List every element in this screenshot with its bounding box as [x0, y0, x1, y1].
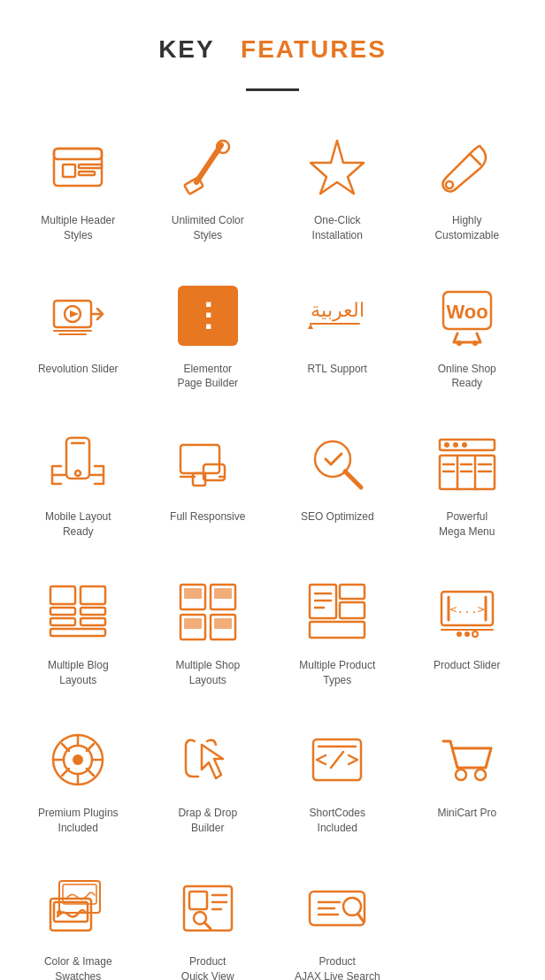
- one-click-icon: [302, 132, 372, 203]
- mobile-layout-label: Mobile LayoutReady: [45, 509, 111, 540]
- svg-rect-54: [81, 608, 105, 615]
- svg-rect-66: [340, 585, 365, 599]
- swatches-label: Color & ImageSwatches: [44, 954, 112, 980]
- svg-line-89: [87, 744, 94, 751]
- svg-rect-53: [81, 586, 105, 604]
- svg-text:Woo: Woo: [446, 301, 487, 323]
- svg-rect-99: [59, 881, 100, 913]
- svg-point-74: [457, 632, 462, 637]
- svg-point-22: [457, 341, 462, 346]
- product-types-icon: [302, 577, 372, 647]
- feature-responsive: Full Responsive: [148, 414, 269, 554]
- svg-rect-4: [79, 172, 95, 175]
- shop-layouts-label: Multiple ShopLayouts: [175, 658, 240, 688]
- svg-line-87: [62, 744, 69, 751]
- svg-point-95: [475, 769, 486, 780]
- svg-rect-102: [189, 892, 207, 909]
- responsive-icon: [173, 428, 243, 499]
- svg-point-25: [75, 471, 81, 476]
- svg-point-38: [444, 442, 449, 448]
- drag-drop-icon: [173, 724, 243, 795]
- shortcodes-label: ShortCodesIncluded: [310, 806, 365, 836]
- svg-rect-68: [310, 622, 365, 638]
- rtl-label: RTL Support: [308, 362, 367, 377]
- svg-text:<...>: <...>: [449, 602, 484, 616]
- revolution-slider-label: Revolution Slider: [38, 362, 119, 377]
- online-shop-label: Online ShopReady: [438, 362, 496, 392]
- feature-ajax-search: ProductAJAX Live Search: [277, 859, 398, 980]
- svg-line-36: [345, 471, 361, 487]
- mega-menu-label: PowerfulMega Menu: [439, 509, 495, 540]
- responsive-label: Full Responsive: [170, 509, 245, 524]
- feature-plugins: Premium PluginsIncluded: [18, 710, 139, 850]
- feature-mega-menu: PowerfulMega Menu: [407, 414, 528, 554]
- svg-rect-55: [81, 618, 105, 625]
- header-styles-label: Multiple HeaderStyles: [41, 213, 115, 243]
- svg-rect-63: [184, 618, 202, 629]
- minicart-label: MiniCart Pro: [437, 806, 496, 821]
- svg-point-23: [472, 341, 478, 346]
- feature-rtl: العربية RTL Support: [277, 266, 398, 406]
- svg-rect-3: [79, 165, 102, 168]
- svg-rect-61: [184, 588, 202, 599]
- feature-swatches: Color & ImageSwatches: [18, 859, 139, 980]
- svg-rect-56: [50, 629, 105, 636]
- title-underline: [246, 88, 299, 91]
- feature-customizable: HighlyCustomizable: [407, 118, 528, 257]
- svg-rect-29: [180, 445, 219, 473]
- elementor-label: ElementorPage Builder: [177, 362, 238, 392]
- seo-icon: [302, 428, 372, 499]
- svg-rect-2: [63, 165, 75, 177]
- feature-revolution-slider: Revolution Slider: [18, 266, 139, 406]
- svg-rect-67: [340, 602, 365, 618]
- plugins-label: Premium PluginsIncluded: [38, 806, 119, 836]
- feature-product-slider: <...> Product Slider: [407, 563, 528, 702]
- blog-layouts-label: Multiple BlogLayouts: [48, 658, 109, 688]
- feature-header-styles: Multiple HeaderStyles: [18, 118, 139, 257]
- feature-mobile-layout: Mobile LayoutReady: [18, 414, 139, 554]
- svg-point-75: [464, 632, 470, 637]
- plugins-icon: [42, 724, 113, 795]
- product-slider-label: Product Slider: [434, 658, 500, 673]
- revolution-slider-icon: [42, 280, 113, 351]
- feature-one-click: One-ClickInstallation: [277, 118, 398, 257]
- feature-product-types: Multiple ProductTypes: [277, 563, 398, 702]
- customizable-label: HighlyCustomizable: [434, 213, 499, 243]
- product-slider-icon: <...>: [432, 577, 503, 647]
- svg-rect-62: [214, 588, 232, 599]
- blog-layouts-icon: [42, 577, 113, 647]
- ajax-search-label: ProductAJAX Live Search: [295, 954, 380, 980]
- feature-minicart: MiniCart Pro: [407, 710, 528, 850]
- svg-text:العربية: العربية: [311, 299, 365, 322]
- online-shop-icon: Woo: [432, 280, 503, 351]
- ajax-search-icon: [302, 873, 372, 944]
- svg-point-40: [462, 442, 467, 448]
- svg-point-86: [73, 754, 83, 765]
- minicart-icon: [432, 724, 503, 795]
- drag-drop-label: Drap & DropBuilder: [178, 806, 237, 836]
- svg-rect-51: [50, 608, 75, 615]
- feature-shortcodes: ShortCodesIncluded: [277, 710, 398, 850]
- quickview-label: ProductQuick View: [181, 954, 234, 980]
- feature-seo: SEO Optimized: [277, 414, 398, 554]
- svg-point-94: [456, 769, 466, 780]
- color-styles-icon: [173, 132, 243, 203]
- svg-line-113: [358, 915, 364, 922]
- mega-menu-icon: [432, 428, 503, 499]
- svg-point-11: [446, 181, 453, 188]
- title-features: FEATURES: [241, 35, 387, 63]
- svg-rect-52: [50, 618, 75, 625]
- page-title: KEY FEATURES: [0, 0, 545, 81]
- header-styles-icon: [42, 132, 113, 203]
- feature-drag-drop: Drap & DropBuilder: [148, 710, 269, 850]
- svg-line-8: [196, 152, 218, 180]
- svg-point-112: [343, 898, 361, 915]
- mobile-layout-icon: [42, 428, 113, 499]
- product-types-label: Multiple ProductTypes: [299, 658, 375, 688]
- svg-marker-9: [311, 141, 364, 194]
- svg-point-76: [472, 632, 478, 637]
- svg-marker-14: [70, 310, 79, 318]
- svg-point-39: [453, 442, 458, 448]
- one-click-label: One-ClickInstallation: [312, 213, 363, 243]
- svg-line-90: [62, 769, 69, 776]
